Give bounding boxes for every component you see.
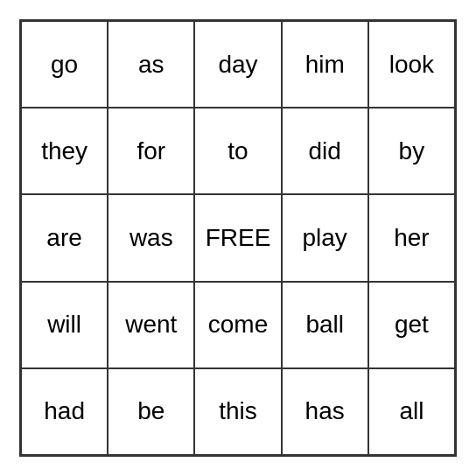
bingo-cell-r1c2[interactable]: to xyxy=(194,108,281,194)
bingo-cell-r4c3[interactable]: has xyxy=(282,368,368,455)
bingo-cell-r0c1[interactable]: as xyxy=(108,21,194,108)
bingo-cell-r3c3[interactable]: ball xyxy=(282,282,368,368)
bingo-cell-r2c3[interactable]: play xyxy=(282,194,368,281)
bingo-cell-r0c0[interactable]: go xyxy=(21,21,108,108)
bingo-cell-r1c1[interactable]: for xyxy=(108,108,194,194)
bingo-cell-r0c2[interactable]: day xyxy=(194,21,281,108)
bingo-cell-r0c3[interactable]: him xyxy=(282,21,368,108)
bingo-cell-r4c0[interactable]: had xyxy=(21,368,108,455)
bingo-cell-r1c3[interactable]: did xyxy=(282,108,368,194)
bingo-cell-r1c4[interactable]: by xyxy=(368,108,455,194)
bingo-cell-r4c2[interactable]: this xyxy=(194,368,281,455)
bingo-cell-r3c1[interactable]: went xyxy=(108,282,194,368)
bingo-cell-r1c0[interactable]: they xyxy=(21,108,108,194)
bingo-cell-r0c4[interactable]: look xyxy=(368,21,455,108)
bingo-cell-r3c2[interactable]: come xyxy=(194,282,281,368)
bingo-cell-r2c1[interactable]: was xyxy=(108,194,194,281)
bingo-board: goasdayhimlooktheyfortodidbyarewasFREEpl… xyxy=(19,19,457,457)
bingo-cell-r2c2[interactable]: FREE xyxy=(194,194,281,281)
bingo-cell-r2c0[interactable]: are xyxy=(21,194,108,281)
bingo-cell-r4c1[interactable]: be xyxy=(108,368,194,455)
bingo-cell-r3c4[interactable]: get xyxy=(368,282,455,368)
bingo-cell-r4c4[interactable]: all xyxy=(368,368,455,455)
bingo-cell-r2c4[interactable]: her xyxy=(368,194,455,281)
bingo-cell-r3c0[interactable]: will xyxy=(21,282,108,368)
